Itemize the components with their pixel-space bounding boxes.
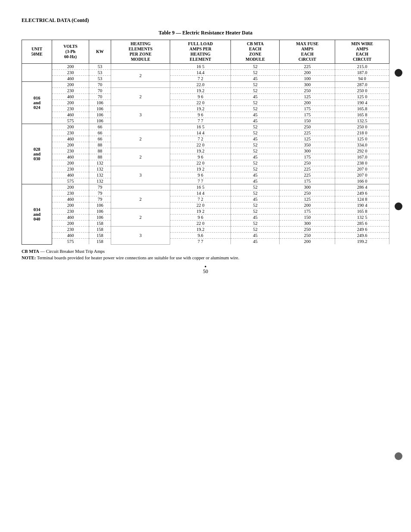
minwire-cell: 167.0 [335,154,389,160]
fullload-cell: 16 5 [170,64,231,70]
col-header-cbmta: CB MTAEACHZONEMODULE [231,40,280,64]
elements-cell: 2 [111,190,170,208]
table-row: 20013222 052250238 0 [22,160,389,166]
table-row: 230106319.252175165.8 [22,106,389,112]
elements-cell: 2 [111,88,170,106]
fullload-cell: 14 4 [170,130,231,136]
fullload-cell: 14 4 [170,190,231,196]
col-header-kw: KW [89,40,111,64]
maxfuse-cell: 225 [280,130,335,136]
cbmta-cell: 52 [231,221,280,227]
cbmta-cell: 52 [231,190,280,196]
volts-cell: 575 [52,178,89,184]
footnote: CB MTA — Circuit Breaker Must Trip Amps … [22,249,389,260]
minwire-cell: 165 8 [335,208,389,215]
cbmta-cell: 52 [231,100,280,106]
fullload-cell: 9 6 [170,215,231,221]
volts-cell: 460 [52,233,89,239]
minwire-cell: 165 8 [335,112,389,118]
kw-cell: 106 [89,208,111,215]
table-row: 460709 645125125 0 [22,94,389,100]
fullload-cell: 9 6 [170,154,231,160]
maxfuse-cell: 175 [280,154,335,160]
maxfuse-cell: 350 [280,142,335,148]
table-row: 034and0402007916 552300286 4 [22,184,389,190]
fullload-cell: 22 0 [170,160,231,166]
minwire-cell: 218 0 [335,130,389,136]
volts-cell: 230 [52,148,89,154]
cbmta-cell: 52 [231,106,280,112]
unit-cell: 028and030 [22,124,52,184]
minwire-cell: 94 0 [335,76,389,82]
kw-cell: 88 [89,154,111,160]
kw-cell: 106 [89,118,111,124]
fullload-cell: 22 0 [170,202,231,208]
minwire-cell: 238 0 [335,160,389,166]
table-row: 230132319 252225207 0 [22,166,389,172]
fullload-cell: 7 2 [170,76,231,82]
maxfuse-cell: 225 [280,172,335,178]
volts-cell: 460 [52,136,89,142]
maxfuse-cell: 125 [280,136,335,142]
cb-mta-label: CB MTA [22,249,39,254]
minwire-cell: 250 0 [335,88,389,94]
maxfuse-cell: 175 [280,112,335,118]
minwire-cell: 125 0 [335,94,389,100]
maxfuse-cell: 250 [280,233,335,239]
minwire-cell: 292 0 [335,148,389,154]
kw-cell: 66 [89,136,111,142]
table-row: 2005316 552225215.0 [22,64,389,70]
volts-cell: 230 [52,166,89,172]
maxfuse-cell: 125 [280,196,335,202]
table-row: 23088219.252300292 0 [22,148,389,154]
minwire-cell: 124 8 [335,196,389,202]
elements-cell [111,64,170,70]
table-row: 5751327 745175166 0 [22,178,389,184]
fullload-cell: 7 7 [170,118,231,124]
cbmta-cell: 52 [231,166,280,172]
fullload-cell: 16 5 [170,184,231,190]
minwire-cell: 199.2 [335,239,389,245]
maxfuse-cell: 250 [280,124,335,130]
maxfuse-cell: 250 [280,160,335,166]
unit-cell [22,64,52,82]
minwire-cell: 132.5 [335,118,389,124]
kw-cell: 88 [89,148,111,154]
volts-cell: 460 [52,154,89,160]
table-row: 460889 645175167.0 [22,154,389,160]
fullload-cell: 7 2 [170,196,231,202]
kw-cell: 132 [89,166,111,172]
cbmta-cell: 52 [231,202,280,208]
table-row: 23053214.452200187.0 [22,70,389,76]
kw-cell: 158 [89,233,111,239]
kw-cell: 79 [89,196,111,202]
kw-cell: 79 [89,190,111,196]
kw-cell: 158 [89,227,111,233]
bullet-2 [395,202,402,210]
note-label: NOTE: [22,255,36,260]
cb-mta-text: — Circuit Breaker Must Trip Amps [40,249,105,254]
kw-cell: 106 [89,215,111,221]
fullload-cell: 22 0 [170,221,231,227]
maxfuse-cell: 300 [280,82,335,88]
minwire-cell: 187.0 [335,70,389,76]
maxfuse-cell: 150 [280,118,335,124]
minwire-cell: 166 0 [335,178,389,184]
col-header-maxfuse: MAX FUSEAMPSEACHCiRCUiT [280,40,335,64]
cbmta-cell: 52 [231,142,280,148]
kw-cell: 132 [89,160,111,166]
minwire-cell: 249 6 [335,190,389,196]
volts-cell: 460 [52,172,89,178]
kw-cell: 53 [89,64,111,70]
volts-cell: 460 [52,94,89,100]
kw-cell: 132 [89,172,111,178]
kw-cell: 53 [89,76,111,82]
maxfuse-cell: 250 [280,88,335,94]
minwire-cell: 287.0 [335,82,389,88]
minwire-cell: 250 0 [335,124,389,130]
kw-cell: 70 [89,94,111,100]
maxfuse-cell: 150 [280,215,335,221]
fullload-cell: 7 7 [170,178,231,184]
table-row: 5751587 745200199.2 [22,239,389,245]
cbmta-cell: 52 [231,88,280,94]
